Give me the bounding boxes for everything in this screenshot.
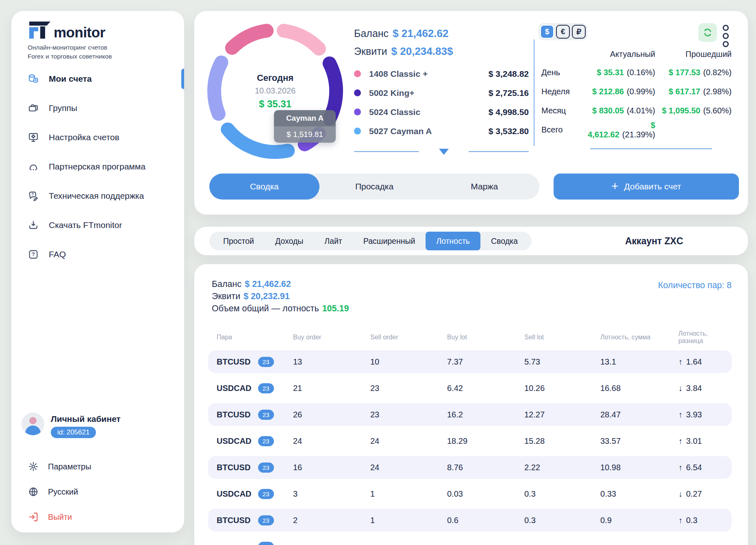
sidebar-footer-gear[interactable]: Параметры xyxy=(28,454,91,479)
buy-order-cell: 16 xyxy=(293,463,370,472)
more-options-button[interactable] xyxy=(723,25,729,47)
equity-value: $ 20,234.83$ xyxy=(391,45,453,57)
table-row[interactable]: USDCAD 23 21 23 6.42 10.26 16.68 ↓3.84 xyxy=(208,377,732,400)
svg-text:?: ? xyxy=(31,192,34,196)
add-account-button[interactable]: + Добавить счет xyxy=(554,174,739,200)
sell-lot-cell: 0.3 xyxy=(524,489,600,499)
currency-rub-button[interactable]: ₽ xyxy=(572,25,586,39)
table-row[interactable]: USDCAD 23 3 1 0.03 0.3 0.33 ↓0.27 xyxy=(208,482,732,505)
table-row[interactable]: BTCUSD 23 26 23 16.2 12.27 28.47 ↑3.93 xyxy=(208,403,732,426)
period-stats: Актуальный Прошедший День $ 35.31(0.16%)… xyxy=(541,45,732,139)
stats-rows: День $ 35.31(0.16%) $ 177.53(0.82%)Недел… xyxy=(541,63,732,139)
tab-просадка[interactable]: Просадка xyxy=(319,174,430,200)
buy-lot-cell: 18.29 xyxy=(447,436,524,446)
kebab-dot xyxy=(723,33,729,39)
partner-icon xyxy=(28,161,39,172)
account-name: 5024 Classic xyxy=(369,107,420,117)
account-legend-row[interactable]: 5027 Cayman A $ 3,532.80 xyxy=(354,122,529,141)
kebab-dot xyxy=(723,25,729,31)
sidebar-item-label: Группы xyxy=(49,103,77,113)
sidebar-footer-logout[interactable]: Выйти xyxy=(28,504,91,530)
tooltip-account-value: $ 1,519.81 xyxy=(274,126,336,143)
account-balance: $ 3,532.80 xyxy=(489,126,529,136)
table-header-row: ПараBuy orderSell orderBuy lotSell lotЛо… xyxy=(208,330,732,341)
pair-cell: BTCUSD 23 xyxy=(217,357,293,367)
sell-lot-cell: 12.27 xyxy=(524,410,600,419)
currency-usd-button[interactable]: $ xyxy=(540,25,554,39)
lot-sum-cell: 28.47 xyxy=(600,410,678,419)
sidebar-menu: Мои счетаГруппыНастройка счетовПартнерск… xyxy=(28,64,184,269)
lot-sum-cell: 13.1 xyxy=(600,357,678,367)
sidebar-item-partner[interactable]: Партнерская программа xyxy=(28,152,184,181)
faq-icon: ? xyxy=(28,249,39,260)
gear-icon xyxy=(28,461,39,472)
view-tab-лайт[interactable]: Лайт xyxy=(314,232,352,250)
user-id-badge: id: 205621 xyxy=(51,427,96,438)
stats-divider xyxy=(534,39,534,146)
view-tab-лотность[interactable]: Лотность xyxy=(426,232,480,250)
user-block[interactable]: Личный кабинет id: 205621 xyxy=(22,413,121,438)
logout-icon xyxy=(28,511,39,523)
account-name: 5027 Cayman A xyxy=(369,126,432,136)
buy-order-cell: 3 xyxy=(293,489,370,499)
tab-сводка[interactable]: Сводка xyxy=(209,174,319,200)
buy-order-cell: 2 xyxy=(293,516,370,525)
account-legend-row[interactable]: 1408 Classic + $ 3,248.82 xyxy=(354,64,529,83)
pair-cell: BTCUSD 23 xyxy=(217,515,293,525)
sidebar-item-groups[interactable]: Группы xyxy=(28,93,184,123)
equity-line: Эквити$ 20,234.83$ xyxy=(354,45,529,58)
account-legend-row[interactable]: 5024 Classic $ 4,998.50 xyxy=(354,102,529,122)
table-row[interactable]: BTCUSD 23 16 24 8.76 2.22 10.98 ↑6.54 xyxy=(208,456,732,479)
legend-expander[interactable] xyxy=(354,148,529,155)
table-volume-line: Объем общий — лотность105.19 xyxy=(212,302,349,315)
currency-eur-button[interactable]: € xyxy=(556,25,570,39)
table-balance-value: $ 21,462.62 xyxy=(245,279,291,289)
pair-name: BTCUSD xyxy=(217,357,252,367)
sell-order-cell: 24 xyxy=(370,436,447,446)
ftmonitor-dashboard: monitor Онлайн-мониторинг счетов Forex и… xyxy=(0,0,756,545)
sidebar-item-download[interactable]: Скачать FTmonitor xyxy=(28,211,184,240)
table-row[interactable]: USDCAD 23 24 24 18.29 15.28 33.57 ↑3.01 xyxy=(208,430,732,452)
view-tab-доходы[interactable]: Доходы xyxy=(265,232,314,250)
view-tab-простой[interactable]: Простой xyxy=(213,232,265,250)
account-name: 1408 Classic + xyxy=(369,69,428,79)
account-legend-row[interactable]: 5002 King+ $ 2,725.16 xyxy=(354,83,529,102)
pair-cell: USDCAD 23 xyxy=(217,383,293,393)
buy-order-cell: 26 xyxy=(293,410,370,419)
sidebar-item-faq[interactable]: ?FAQ xyxy=(28,240,184,269)
pair-count-badge: 23 xyxy=(258,436,274,446)
pair-name: USDCAD xyxy=(217,384,252,393)
view-tab-расширенный[interactable]: Расширенный xyxy=(353,232,426,250)
stats-header: Актуальный Прошедший xyxy=(541,45,732,63)
expand-arrow-icon[interactable] xyxy=(439,149,449,155)
stats-row: Неделя $ 212.86(0.99%) $ 617.17(2.98%) xyxy=(541,82,732,101)
refresh-button[interactable] xyxy=(698,23,717,42)
arrow-up-icon: ↑ xyxy=(678,410,682,419)
sidebar-item-account-settings[interactable]: Настройка счетов xyxy=(28,123,184,152)
table-row[interactable]: BTCUSD 23 13 10 7.37 5.73 13.1 ↑1.64 xyxy=(208,350,732,373)
pair-name: BTCUSD xyxy=(217,410,252,419)
account-balance: $ 2,725.16 xyxy=(489,88,529,98)
support-icon: ? xyxy=(28,190,39,202)
summary-tabs: СводкаПросадкаМаржа xyxy=(209,174,539,200)
view-tab-сводка[interactable]: Сводка xyxy=(480,232,528,250)
tab-маржа[interactable]: Маржа xyxy=(429,174,539,200)
sidebar-footer-globe[interactable]: Русский xyxy=(28,479,91,504)
pairs-table: ПараBuy orderSell orderBuy lotSell lotЛо… xyxy=(208,330,732,545)
accounts-legend: 1408 Classic + $ 3,248.82 5002 King+ $ 2… xyxy=(354,64,529,141)
lot-diff-cell: ↓3.84 xyxy=(678,384,732,393)
pair-cell: USDCAD 23 xyxy=(217,436,293,446)
lot-diff-cell: ↑1.64 xyxy=(678,357,732,367)
account-title: Аккаунт ZXC xyxy=(625,227,683,255)
sidebar-item-support[interactable]: ?Техническая поддержка xyxy=(28,181,184,211)
view-mode-tabs: ПростойДоходыЛайтРасширенныйЛотностьСвод… xyxy=(209,232,532,250)
lot-diff-cell: ↑0.3 xyxy=(678,516,732,525)
account-balance: $ 3,248.82 xyxy=(489,69,529,79)
lot-diff-cell: ↑3.01 xyxy=(678,436,732,446)
groups-icon xyxy=(28,102,39,114)
table-row[interactable]: BTCUSD 23 2 1 0.6 0.3 0.9 ↑0.3 xyxy=(208,509,732,532)
sidebar-item-accounts[interactable]: Мои счета xyxy=(28,64,184,93)
table-row[interactable]: 23 xyxy=(208,535,732,545)
column-header: Лотность, сумма xyxy=(600,334,678,341)
sidebar-item-label: Мои счета xyxy=(49,74,92,84)
